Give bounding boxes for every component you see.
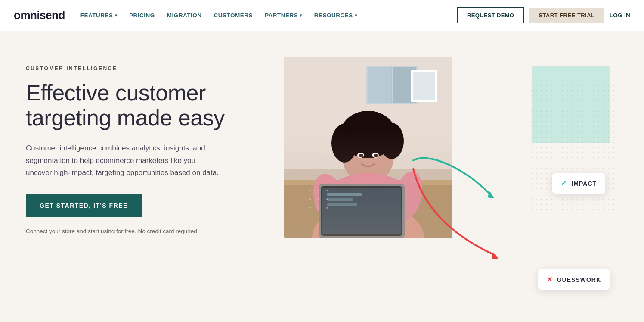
x-icon: ✕ <box>547 275 553 284</box>
svg-point-34 <box>326 190 328 191</box>
svg-rect-29 <box>327 198 353 201</box>
svg-point-36 <box>318 198 319 200</box>
svg-point-38 <box>309 207 311 209</box>
svg-point-17 <box>362 115 391 139</box>
svg-point-40 <box>326 207 328 209</box>
guesswork-card: ✕ GUESSWORK <box>538 269 610 290</box>
svg-point-39 <box>318 207 319 209</box>
get-started-button[interactable]: GET STARTED, IT'S FREE <box>26 194 142 217</box>
svg-rect-28 <box>327 193 362 196</box>
svg-point-37 <box>326 198 328 200</box>
svg-rect-30 <box>327 203 357 206</box>
svg-rect-7 <box>413 72 435 100</box>
guesswork-label: GUESSWORK <box>557 276 601 283</box>
svg-rect-26 <box>321 186 402 236</box>
svg-point-21 <box>374 154 378 157</box>
svg-rect-25 <box>319 184 405 238</box>
arrows-illustration <box>396 126 517 272</box>
svg-point-18 <box>357 153 364 158</box>
hero-content: CUSTOMER INTELLIGENCE Effective customer… <box>26 57 250 234</box>
svg-point-32 <box>309 190 311 191</box>
nav-migration[interactable]: MIGRATION <box>167 12 202 19</box>
nav-features[interactable]: FEATURES ▾ <box>80 12 117 19</box>
svg-point-33 <box>318 190 319 191</box>
chevron-down-icon: ▾ <box>300 13 302 18</box>
svg-rect-27 <box>322 188 401 234</box>
chevron-down-icon: ▾ <box>115 13 118 18</box>
chevron-down-icon: ▾ <box>355 13 357 18</box>
nav-actions: REQUEST DEMO START FREE TRIAL LOG IN <box>457 7 630 23</box>
impact-label: IMPACT <box>571 180 597 187</box>
hero-section: CUSTOMER INTELLIGENCE Effective customer… <box>0 31 644 322</box>
svg-point-23 <box>308 170 351 228</box>
nav-pricing[interactable]: PRICING <box>129 12 155 19</box>
impact-card: ✓ IMPACT <box>552 173 605 194</box>
login-button[interactable]: LOG IN <box>610 12 630 19</box>
svg-rect-11 <box>359 165 377 186</box>
check-icon: ✓ <box>561 179 567 188</box>
svg-point-19 <box>372 153 379 158</box>
svg-point-35 <box>309 198 311 200</box>
svg-point-20 <box>359 154 363 157</box>
nav-customers[interactable]: CUSTOMERS <box>214 12 253 19</box>
start-trial-button[interactable]: START FREE TRIAL <box>529 8 604 23</box>
nav-resources[interactable]: RESOURCES ▾ <box>314 12 357 19</box>
logo[interactable]: omnisend <box>14 9 65 22</box>
svg-rect-3 <box>368 67 391 103</box>
hero-visual: ✓ IMPACT ✕ GUESSWORK <box>267 57 618 307</box>
nav-links: FEATURES ▾ PRICING MIGRATION CUSTOMERS P… <box>80 12 457 19</box>
hero-title: Effective customer targeting made easy <box>26 80 250 130</box>
request-demo-button[interactable]: REQUEST DEMO <box>457 7 524 23</box>
hero-sub-text: Connect your store and start using for f… <box>26 228 250 234</box>
hero-description: Customer intelligence combines analytics… <box>26 142 220 178</box>
svg-point-14 <box>331 124 357 163</box>
nav-partners[interactable]: PARTNERS ▾ <box>265 12 302 19</box>
hero-eyebrow: CUSTOMER INTELLIGENCE <box>26 66 250 72</box>
svg-point-12 <box>342 128 394 184</box>
navbar: omnisend FEATURES ▾ PRICING MIGRATION CU… <box>0 0 644 31</box>
